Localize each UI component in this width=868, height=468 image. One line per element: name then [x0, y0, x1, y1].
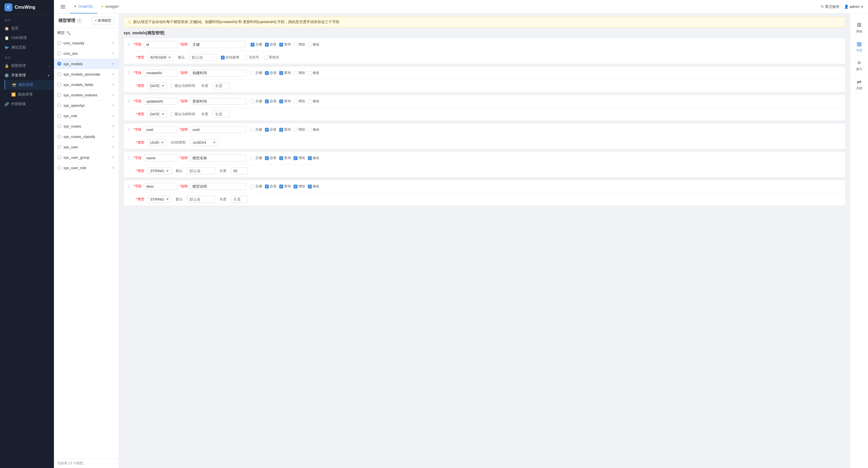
field-name-input[interactable]	[144, 183, 178, 190]
add-checkbox[interactable]	[293, 99, 298, 103]
edit-checkbox[interactable]	[308, 71, 312, 75]
user-button[interactable]: 👤 admin ∨	[844, 4, 864, 9]
field-desc-input[interactable]	[190, 183, 246, 190]
required-checkbox[interactable]	[265, 128, 269, 132]
drag-handle[interactable]: ⠿	[127, 184, 130, 189]
drag-handle[interactable]: ⠿	[127, 71, 130, 75]
default-input[interactable]	[187, 196, 215, 203]
tab-graphql[interactable]: ✦ GraphQL	[70, 0, 97, 13]
field-desc-input[interactable]	[190, 98, 246, 105]
drag-handle[interactable]: ⠿	[127, 156, 130, 160]
model-item[interactable]: sys_user_role ×	[54, 163, 119, 173]
model-item[interactable]: sys_openApi ×	[54, 100, 119, 111]
primary-key-checkbox[interactable]	[251, 156, 254, 160]
query-checkbox[interactable]	[279, 99, 283, 103]
query-checkbox[interactable]	[279, 43, 283, 46]
type-select[interactable]: UUID	[148, 139, 166, 146]
model-delete-icon[interactable]: ×	[111, 92, 116, 98]
model-delete-icon[interactable]: ×	[111, 71, 116, 77]
field-name-input[interactable]	[144, 98, 178, 105]
model-radio[interactable]	[57, 145, 61, 149]
add-checkbox[interactable]	[293, 185, 298, 188]
model-radio[interactable]	[57, 41, 61, 45]
search-icon[interactable]: 🔍	[66, 31, 71, 35]
query-checkbox[interactable]	[279, 156, 283, 160]
model-delete-icon[interactable]: ×	[111, 165, 116, 170]
edit-checkbox[interactable]	[308, 99, 312, 103]
edit-checkbox[interactable]	[308, 185, 312, 188]
sidebar-item-test[interactable]: 🐦 测试页面	[0, 43, 54, 52]
field-name-input[interactable]	[144, 155, 178, 161]
primary-key-checkbox[interactable]	[251, 128, 254, 132]
drag-handle[interactable]: ⠿	[127, 42, 130, 47]
sidebar-item-model-mgmt[interactable]: 🗃️ 模型管理	[4, 80, 54, 90]
restart-button[interactable]: ↻ 重启服务	[821, 4, 840, 9]
model-delete-icon[interactable]: ×	[111, 82, 116, 87]
model-radio-checked[interactable]	[57, 62, 61, 66]
model-item[interactable]: sys_models_fields ×	[54, 80, 119, 90]
model-radio[interactable]	[57, 83, 61, 87]
length-input[interactable]	[231, 167, 248, 175]
query-checkbox[interactable]	[279, 71, 283, 75]
uuid-type-select[interactable]: UUIDV4	[190, 139, 218, 146]
length-input[interactable]	[231, 196, 248, 203]
model-item[interactable]: sys_routes_classify ×	[54, 131, 119, 142]
sidebar-toggle[interactable]	[58, 2, 67, 11]
query-checkbox[interactable]	[279, 185, 283, 188]
model-delete-icon[interactable]: ×	[111, 155, 116, 160]
drag-handle[interactable]: ⠿	[127, 128, 130, 132]
required-checkbox[interactable]	[265, 99, 269, 103]
help-icon[interactable]: ?	[77, 19, 82, 23]
model-radio[interactable]	[57, 93, 61, 97]
model-radio[interactable]	[57, 134, 61, 138]
model-delete-icon[interactable]: ×	[111, 51, 116, 56]
type-select[interactable]: DATE	[148, 111, 167, 118]
model-item[interactable]: cms_classify ×	[54, 38, 119, 48]
model-item[interactable]: sys_role ×	[54, 111, 119, 121]
type-select[interactable]: DATE	[148, 82, 167, 89]
required-checkbox[interactable]	[265, 156, 269, 160]
model-delete-icon[interactable]: ×	[111, 144, 116, 150]
length-input[interactable]	[213, 111, 229, 118]
model-item[interactable]: cms_doc ×	[54, 48, 119, 59]
add-checkbox[interactable]	[293, 71, 298, 75]
sidebar-item-home[interactable]: 🏠 首页	[0, 24, 54, 33]
sidebar-item-route-mgmt[interactable]: 🔀 路由管理	[4, 90, 54, 99]
field-name-input[interactable]	[144, 41, 178, 48]
model-radio[interactable]	[57, 52, 61, 55]
model-item[interactable]: sys_user_group ×	[54, 152, 119, 163]
model-delete-icon[interactable]: ×	[111, 61, 116, 67]
add-model-button[interactable]: + 新增模型	[92, 17, 114, 25]
tab-swagger[interactable]: ● swagger	[97, 0, 123, 13]
primary-key-checkbox[interactable]	[251, 99, 254, 103]
field-desc-input[interactable]	[190, 126, 246, 133]
query-checkbox[interactable]	[279, 128, 283, 132]
type-select[interactable]: STRING	[148, 196, 172, 203]
model-delete-icon[interactable]: ×	[111, 113, 116, 119]
primary-key-checkbox[interactable]	[251, 71, 254, 75]
default-current-time-checkbox[interactable]	[170, 84, 174, 88]
default-input[interactable]	[187, 167, 215, 175]
field-name-input[interactable]	[144, 69, 178, 76]
right-panel-item-index[interactable]: ≡ 索引	[850, 56, 868, 75]
required-checkbox[interactable]	[265, 71, 269, 75]
add-checkbox[interactable]	[293, 128, 298, 132]
add-checkbox[interactable]	[293, 43, 298, 46]
edit-checkbox[interactable]	[308, 156, 312, 160]
right-panel-item-field[interactable]: ▦ 字段	[850, 37, 868, 56]
required-checkbox[interactable]	[265, 43, 269, 46]
model-item[interactable]: sys_routes ×	[54, 121, 119, 131]
drag-handle[interactable]: ⠿	[127, 99, 130, 104]
field-desc-input[interactable]	[190, 69, 246, 76]
unsigned-checkbox[interactable]	[244, 56, 248, 60]
model-radio[interactable]	[57, 103, 61, 107]
model-item[interactable]: sys_models_associate ×	[54, 69, 119, 80]
model-item[interactable]: sys_user ×	[54, 142, 119, 152]
add-checkbox[interactable]	[293, 156, 298, 160]
sidebar-item-auth[interactable]: 🔒 权限管理 ›	[0, 61, 54, 70]
length-input[interactable]	[213, 82, 229, 89]
default-current-time-checkbox[interactable]	[170, 112, 174, 116]
primary-key-checkbox[interactable]	[251, 43, 254, 46]
field-desc-input[interactable]	[190, 41, 246, 48]
right-panel-item-relation[interactable]: ⇌ 关联	[850, 75, 868, 94]
